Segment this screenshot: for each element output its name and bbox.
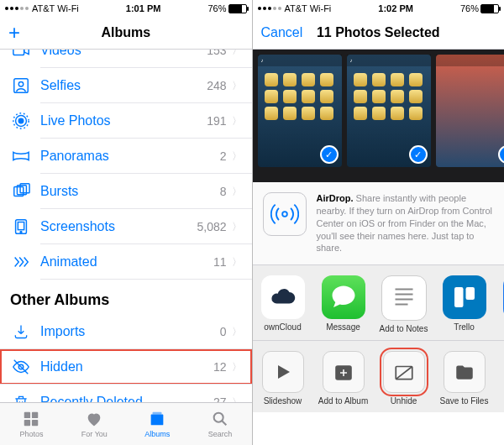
row-count: 5,082	[197, 220, 226, 233]
tab-label: Search	[208, 430, 233, 438]
photo-thumbnail[interactable]: ♪✓	[258, 55, 342, 167]
carrier-text: AT&T Wi-Fi	[32, 3, 79, 13]
svg-rect-14	[32, 412, 38, 418]
app-icon	[322, 275, 365, 319]
share-actions-row[interactable]: Slideshow Add to Album Unhide Save to Fi…	[253, 341, 505, 412]
action-duplicate[interactable]: Duplicate	[495, 351, 505, 406]
app-label: Message	[326, 322, 360, 332]
row-label: Selfies	[40, 78, 207, 93]
page-title: 11 Photos Selected	[317, 25, 440, 40]
tab-search[interactable]: Search	[189, 403, 252, 445]
cancel-button[interactable]: Cancel	[261, 25, 303, 40]
row-count: 2	[220, 149, 227, 163]
chevron-right-icon: 〉	[232, 79, 242, 93]
checkmark-icon: ✓	[320, 145, 339, 164]
row-label: Bursts	[40, 184, 220, 199]
share-app-trello[interactable]: Trello	[434, 275, 495, 333]
svg-point-20	[282, 212, 287, 217]
add-button[interactable]: +	[8, 21, 20, 44]
row-count: 8	[220, 185, 227, 198]
status-bar: AT&T Wi-Fi 1:02 PM 76%	[253, 0, 505, 17]
battery-pct: 76%	[460, 3, 479, 13]
pano-icon	[10, 147, 32, 165]
action-add-to-album[interactable]: Add to Album	[313, 351, 374, 406]
svg-rect-22	[465, 287, 475, 300]
unhide-icon	[383, 351, 425, 393]
tab-label: Albums	[144, 430, 170, 438]
albums-screen: AT&T Wi-Fi 1:01 PM 76% + Albums Videos 1…	[0, 0, 253, 445]
photo-thumbnail[interactable]: ♪✓	[347, 55, 431, 167]
nav-bar: + Albums	[0, 17, 252, 50]
other-albums-header: Other Albums	[0, 280, 252, 314]
photo-strip[interactable]: ♪✓ ♪✓ ✓	[253, 50, 505, 182]
app-icon	[381, 275, 427, 321]
tab-for-you[interactable]: For You	[63, 403, 126, 445]
photo-thumbnail[interactable]: ✓	[436, 55, 505, 167]
share-app-owncloud[interactable]: ownCloud	[253, 275, 313, 333]
album-row[interactable]: Screenshots 5,082 〉	[0, 209, 252, 244]
share-app-facebook[interactable]: Facebook	[495, 275, 505, 333]
album-row-imports[interactable]: Imports 0 〉	[0, 314, 252, 349]
selfies-icon	[10, 76, 32, 95]
svg-rect-16	[32, 420, 38, 426]
share-app-add-to-notes[interactable]: Add to Notes	[374, 275, 434, 333]
action-save-to-files[interactable]: Save to Files	[434, 351, 495, 406]
action-unhide[interactable]: Unhide	[374, 351, 434, 406]
album-row[interactable]: Live Photos 191 〉	[0, 103, 252, 139]
svg-rect-1	[14, 79, 29, 93]
album-row-videos[interactable]: Videos 153 〉	[0, 50, 252, 68]
action-label: Add to Album	[318, 396, 368, 406]
carrier-text: AT&T Wi-Fi	[285, 3, 332, 13]
svg-point-11	[20, 232, 22, 233]
app-icon	[443, 275, 486, 319]
svg-point-19	[214, 413, 223, 422]
row-label: Videos	[40, 50, 207, 58]
svg-point-3	[18, 118, 24, 123]
svg-rect-17	[151, 415, 164, 426]
share-app-message[interactable]: Message	[313, 275, 374, 333]
row-count: 153	[207, 50, 226, 57]
airdrop-icon	[263, 192, 307, 236]
action-label: Slideshow	[264, 396, 302, 406]
svg-rect-10	[18, 222, 24, 230]
album-row[interactable]: Bursts 8 〉	[0, 174, 252, 209]
album-row-hidden[interactable]: Hidden 12 〉	[0, 349, 252, 385]
action-slideshow[interactable]: Slideshow	[253, 351, 313, 406]
airdrop-panel[interactable]: AirDrop. Share instantly with people nea…	[253, 182, 505, 265]
savefiles-icon	[444, 351, 486, 393]
checkmark-icon: ✓	[409, 145, 428, 164]
chevron-right-icon: 〉	[232, 325, 242, 339]
action-label: Save to Files	[440, 396, 489, 406]
tab-albums[interactable]: Albums	[126, 403, 189, 445]
svg-rect-0	[13, 50, 24, 55]
row-count: 248	[207, 79, 226, 92]
tab-label: For You	[81, 430, 108, 438]
hidden-icon	[10, 358, 32, 376]
row-count: 191	[207, 114, 226, 128]
album-row[interactable]: Selfies 248 〉	[0, 68, 252, 103]
svg-rect-21	[454, 287, 464, 307]
page-title: Albums	[101, 25, 150, 40]
nav-bar: Cancel 11 Photos Selected	[253, 17, 505, 50]
row-label: Hidden	[40, 359, 213, 374]
chevron-right-icon: 〉	[232, 114, 242, 128]
clock: 1:02 PM	[331, 3, 460, 13]
row-label: Live Photos	[40, 113, 207, 128]
row-count: 0	[220, 325, 227, 338]
scr-icon	[10, 217, 32, 236]
chevron-right-icon: 〉	[232, 50, 242, 58]
battery-pct: 76%	[207, 3, 226, 13]
airdrop-text: AirDrop. Share instantly with people nea…	[317, 192, 495, 254]
row-count: 11	[213, 255, 227, 269]
share-sheet-screen: AT&T Wi-Fi 1:02 PM 76% Cancel 11 Photos …	[253, 0, 505, 445]
svg-rect-13	[24, 412, 30, 418]
share-apps-row[interactable]: ownCloud Message Add to Notes Trello Fac…	[253, 265, 505, 341]
svg-rect-15	[24, 420, 30, 426]
media-types-list: Videos 153 〉 Selfies 248 〉 Live Photos 1…	[0, 50, 252, 280]
album-row[interactable]: Animated 11 〉	[0, 244, 252, 280]
liveph-icon	[10, 112, 32, 130]
app-label: Add to Notes	[380, 324, 428, 333]
tab-photos[interactable]: Photos	[0, 403, 63, 445]
chevron-right-icon: 〉	[232, 185, 242, 199]
album-row[interactable]: Panoramas 2 〉	[0, 139, 252, 174]
